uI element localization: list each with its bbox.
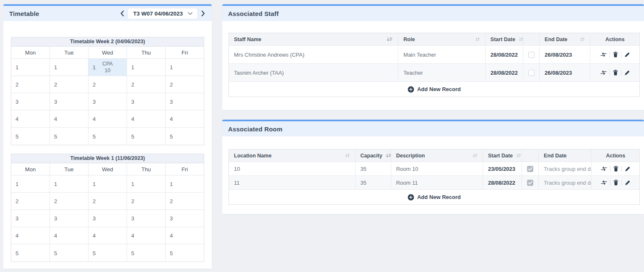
row-checkbox[interactable]	[528, 70, 535, 76]
transfer-button[interactable]	[597, 52, 610, 57]
timetable-cell[interactable]: 5	[11, 128, 50, 145]
timetable-cell[interactable]: 4	[88, 110, 127, 127]
week-dropdown[interactable]: T3 W07 04/06/2023	[127, 8, 198, 19]
timetable-cell[interactable]: 2	[88, 76, 127, 93]
timetable-cell[interactable]: 1	[50, 59, 88, 76]
timetable-cell[interactable]: 1	[166, 59, 204, 76]
location-name-cell: 10	[229, 162, 356, 175]
column-header-label: End Date	[545, 37, 567, 42]
timetable-cell[interactable]: 3	[166, 93, 204, 110]
timetable-cell[interactable]: 2	[88, 193, 127, 209]
period-number: 1	[131, 181, 134, 187]
column-header-actions[interactable]: Actions	[592, 149, 639, 162]
timetable-cell[interactable]: 4	[166, 227, 204, 244]
timetable-cell[interactable]: 3	[11, 93, 50, 110]
timetable-cell[interactable]: 5	[11, 244, 50, 262]
delete-button[interactable]	[610, 52, 621, 58]
timetable-cell[interactable]: 3	[50, 93, 88, 110]
column-header-label: Description	[396, 153, 425, 159]
column-header-end-date[interactable]: End Date	[540, 33, 590, 45]
timetable-cell[interactable]: 4	[127, 110, 166, 127]
row-checkbox[interactable]	[528, 52, 535, 58]
timetable-cell[interactable]: 1	[11, 59, 50, 76]
period-number: 3	[54, 215, 57, 222]
timetable-cell[interactable]: 4	[50, 110, 88, 127]
timetable-cell[interactable]: 1	[127, 59, 166, 76]
timetable-cell[interactable]: 2	[11, 193, 50, 209]
column-header-end-date[interactable]: End Date	[539, 149, 592, 162]
timetable-cell[interactable]: 3	[11, 210, 50, 227]
delete-button[interactable]	[610, 166, 621, 172]
timetable-cell[interactable]: 1	[50, 175, 88, 192]
period-number: 5	[170, 133, 173, 139]
delete-icon	[613, 180, 618, 186]
timetable-cell[interactable]: 2	[166, 76, 204, 93]
timetable-cell[interactable]: 1CPA10	[88, 59, 127, 76]
column-header-capacity[interactable]: Capacity	[356, 149, 391, 162]
timetable-cell[interactable]: 4	[50, 227, 88, 244]
timetable-cell[interactable]: 5	[50, 128, 88, 145]
timetable-cell[interactable]: 5	[50, 244, 88, 262]
edit-button[interactable]	[622, 166, 633, 172]
add-new-record-button[interactable]: Add New Record	[229, 82, 639, 97]
column-header-actions[interactable]: Actions	[590, 33, 639, 45]
associated-room-panel: Associated Room Location NameCapacityDes…	[222, 120, 644, 214]
timetable-cell[interactable]: 1	[88, 175, 127, 192]
column-header-description[interactable]: Description	[391, 149, 483, 162]
timetable-cell[interactable]: 5	[127, 128, 166, 145]
column-header-label: Start Date	[491, 37, 515, 42]
timetable-cell[interactable]: 2	[127, 76, 166, 93]
timetable-cell[interactable]: 5	[88, 128, 127, 145]
period-number: 5	[54, 133, 57, 139]
edit-button[interactable]	[622, 180, 633, 186]
timetable-cell[interactable]: 3	[127, 93, 166, 110]
previous-week-button[interactable]	[119, 10, 125, 17]
timetable-cell[interactable]: 5	[88, 244, 127, 262]
timetable-cell[interactable]: 1	[166, 175, 204, 192]
role-cell: Main Teacher	[398, 46, 486, 63]
timetable-cell[interactable]: 5	[127, 244, 166, 262]
timetable-cell[interactable]: 2	[50, 76, 88, 93]
timetable-cell[interactable]: 3	[88, 210, 127, 227]
period-number: 2	[93, 81, 96, 88]
edit-button[interactable]	[621, 52, 633, 58]
timetable-cell[interactable]: 2	[11, 76, 50, 93]
transfer-button[interactable]	[598, 180, 610, 185]
column-header-start-date[interactable]: Start Date	[483, 149, 522, 162]
timetable-cell[interactable]: 4	[88, 227, 127, 244]
timetable-cell[interactable]: 2	[50, 193, 88, 209]
add-new-record-button[interactable]: Add New Record	[229, 190, 639, 204]
timetable-period-row: 33333	[11, 93, 204, 110]
timetable-week-table: Timetable Week 2 (04/06/2023)MonTueWedTh…	[11, 37, 204, 145]
row-checkbox[interactable]	[527, 166, 533, 172]
timetable-cell[interactable]: 5	[166, 244, 204, 262]
timetable-cell[interactable]: 2	[166, 193, 204, 209]
timetable-cell[interactable]: 2	[127, 193, 166, 209]
transfer-button[interactable]	[597, 70, 610, 75]
row-checkbox[interactable]	[527, 180, 533, 186]
timetable-panel-header: Timetable T3 W07 04/06/2023	[3, 6, 212, 21]
column-header-location-name[interactable]: Location Name	[229, 149, 356, 162]
description-cell: Room 11	[391, 176, 483, 189]
timetable-cell[interactable]: 4	[11, 227, 50, 244]
timetable-entry[interactable]: CPA10	[102, 60, 113, 74]
timetable-cell[interactable]: 3	[127, 210, 166, 227]
timetable-cell[interactable]: 3	[166, 210, 204, 227]
period-number: 2	[54, 198, 57, 204]
edit-button[interactable]	[621, 70, 633, 76]
column-header-staff-name[interactable]: Staff Name	[229, 33, 398, 45]
timetable-cell[interactable]: 1	[11, 175, 50, 192]
timetable-cell[interactable]: 4	[127, 227, 166, 244]
column-header-start-date[interactable]: Start Date	[486, 33, 523, 45]
delete-button[interactable]	[610, 180, 621, 186]
timetable-cell[interactable]: 3	[88, 93, 127, 110]
timetable-cell[interactable]: 4	[166, 110, 204, 127]
next-week-button[interactable]	[200, 10, 206, 17]
delete-button[interactable]	[610, 70, 621, 76]
column-header-role[interactable]: Role	[398, 33, 486, 45]
timetable-cell[interactable]: 4	[11, 110, 50, 127]
timetable-cell[interactable]: 1	[127, 175, 166, 192]
timetable-cell[interactable]: 3	[50, 210, 88, 227]
timetable-cell[interactable]: 5	[166, 128, 204, 145]
transfer-button[interactable]	[598, 166, 610, 171]
